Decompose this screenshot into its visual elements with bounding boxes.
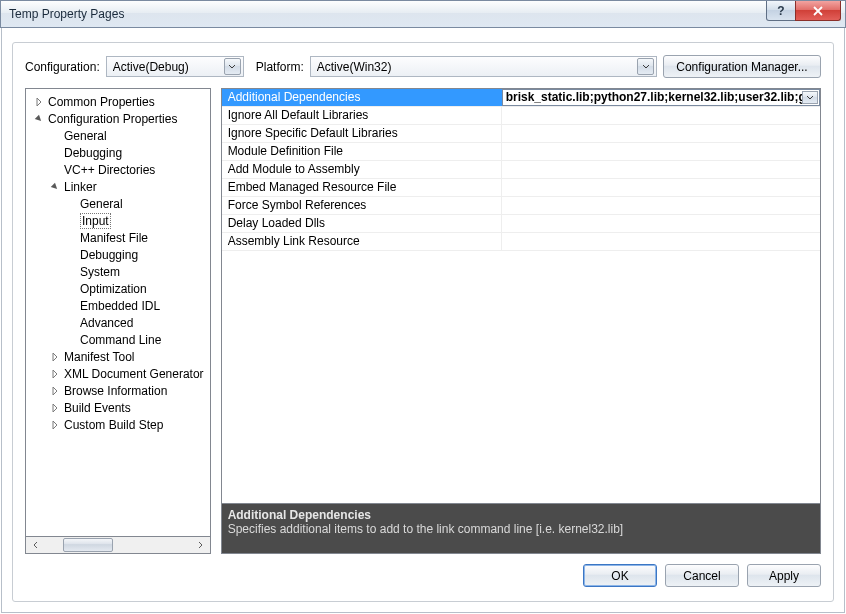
- tree-item-label: Custom Build Step: [64, 418, 163, 432]
- tree-expand-icon[interactable]: [50, 420, 60, 430]
- tree-expand-icon[interactable]: [34, 97, 44, 107]
- tree-item[interactable]: Configuration Properties: [30, 110, 208, 127]
- tree-item[interactable]: Input: [30, 212, 208, 229]
- property-row[interactable]: Ignore All Default Libraries: [222, 107, 821, 125]
- tree-expand-icon[interactable]: [50, 403, 60, 413]
- property-name: Ignore All Default Libraries: [222, 107, 502, 124]
- main-split: Common PropertiesConfiguration Propertie…: [25, 88, 821, 554]
- property-name: Add Module to Assembly: [222, 161, 502, 178]
- tree-item[interactable]: Command Line: [30, 331, 208, 348]
- chevron-down-icon[interactable]: [224, 58, 241, 75]
- tree-expand-icon[interactable]: [34, 114, 44, 124]
- configuration-manager-label: Configuration Manager...: [676, 60, 807, 74]
- property-name: Module Definition File: [222, 143, 502, 160]
- property-row[interactable]: Module Definition File: [222, 143, 821, 161]
- help-button[interactable]: ?: [766, 1, 796, 21]
- property-row[interactable]: Force Symbol References: [222, 197, 821, 215]
- tree-item-label: System: [80, 265, 120, 279]
- tree-item[interactable]: Debugging: [30, 144, 208, 161]
- tree-item-label: Debugging: [80, 248, 138, 262]
- tree-item-label: Command Line: [80, 333, 161, 347]
- tree-item-label: Build Events: [64, 401, 131, 415]
- tree-item[interactable]: XML Document Generator: [30, 365, 208, 382]
- tree-item[interactable]: Custom Build Step: [30, 416, 208, 433]
- description-title: Additional Dependencies: [228, 508, 815, 522]
- ok-label: OK: [611, 569, 628, 583]
- nav-tree-container: Common PropertiesConfiguration Propertie…: [25, 88, 211, 554]
- scroll-left-icon[interactable]: [26, 537, 43, 553]
- platform-label: Platform:: [256, 60, 304, 74]
- tree-item-label: Input: [80, 213, 111, 229]
- property-name: Assembly Link Resource: [222, 233, 502, 250]
- tree-item[interactable]: Optimization: [30, 280, 208, 297]
- tree-item[interactable]: General: [30, 195, 208, 212]
- configuration-combo[interactable]: Active(Debug): [106, 56, 244, 77]
- property-name: Additional Dependencies: [222, 89, 502, 106]
- tree-item[interactable]: Manifest File: [30, 229, 208, 246]
- tree-item-label: Linker: [64, 180, 97, 194]
- property-row[interactable]: Embed Managed Resource File: [222, 179, 821, 197]
- tree-expand-icon[interactable]: [50, 369, 60, 379]
- configuration-label: Configuration:: [25, 60, 100, 74]
- tree-item[interactable]: Advanced: [30, 314, 208, 331]
- property-row[interactable]: Assembly Link Resource: [222, 233, 821, 251]
- apply-label: Apply: [769, 569, 799, 583]
- tree-item[interactable]: Embedded IDL: [30, 297, 208, 314]
- nav-tree[interactable]: Common PropertiesConfiguration Propertie…: [25, 88, 211, 537]
- property-row[interactable]: Delay Loaded Dlls: [222, 215, 821, 233]
- property-grid[interactable]: Additional Dependenciesbrisk_static.lib;…: [221, 88, 822, 504]
- tree-item-label: Browse Information: [64, 384, 167, 398]
- tree-item[interactable]: Build Events: [30, 399, 208, 416]
- property-row[interactable]: Additional Dependenciesbrisk_static.lib;…: [222, 89, 821, 107]
- tree-item[interactable]: Manifest Tool: [30, 348, 208, 365]
- tree-item-label: Embedded IDL: [80, 299, 160, 313]
- tree-item[interactable]: General: [30, 127, 208, 144]
- window-buttons: ?: [767, 1, 841, 21]
- tree-item[interactable]: Linker: [30, 178, 208, 195]
- chevron-down-icon[interactable]: [637, 58, 654, 75]
- tree-item-label: XML Document Generator: [64, 367, 204, 381]
- tree-item[interactable]: Browse Information: [30, 382, 208, 399]
- tree-item[interactable]: VC++ Directories: [30, 161, 208, 178]
- tree-expand-icon[interactable]: [50, 352, 60, 362]
- tree-item[interactable]: Debugging: [30, 246, 208, 263]
- dropdown-icon[interactable]: [802, 91, 818, 104]
- configuration-manager-button[interactable]: Configuration Manager...: [663, 55, 821, 78]
- tree-item-label: Advanced: [80, 316, 133, 330]
- property-value[interactable]: brisk_static.lib;python27.lib;kernel32.l…: [506, 90, 817, 104]
- cancel-button[interactable]: Cancel: [665, 564, 739, 587]
- ok-button[interactable]: OK: [583, 564, 657, 587]
- tree-item-label: Manifest Tool: [64, 350, 134, 364]
- tree-item-label: Common Properties: [48, 95, 155, 109]
- cancel-label: Cancel: [683, 569, 720, 583]
- tree-expand-icon[interactable]: [50, 182, 60, 192]
- property-row[interactable]: Add Module to Assembly: [222, 161, 821, 179]
- property-name: Delay Loaded Dlls: [222, 215, 502, 232]
- description-panel: Additional Dependencies Specifies additi…: [221, 504, 822, 554]
- scroll-track[interactable]: [43, 537, 193, 553]
- apply-button[interactable]: Apply: [747, 564, 821, 587]
- property-name: Embed Managed Resource File: [222, 179, 502, 196]
- tree-expand-icon[interactable]: [50, 386, 60, 396]
- dialog-buttons: OK Cancel Apply: [25, 564, 821, 587]
- tree-item-label: Optimization: [80, 282, 147, 296]
- tree-item-label: Configuration Properties: [48, 112, 177, 126]
- close-button[interactable]: [795, 1, 841, 21]
- property-name: Force Symbol References: [222, 197, 502, 214]
- property-row[interactable]: Ignore Specific Default Libraries: [222, 125, 821, 143]
- platform-value: Active(Win32): [317, 60, 637, 74]
- tree-item[interactable]: Common Properties: [30, 93, 208, 110]
- description-text: Specifies additional items to add to the…: [228, 522, 815, 536]
- property-panel: Additional Dependenciesbrisk_static.lib;…: [221, 88, 822, 554]
- property-sheet: Configuration: Active(Debug) Platform: A…: [12, 42, 834, 602]
- platform-combo[interactable]: Active(Win32): [310, 56, 657, 77]
- configuration-value: Active(Debug): [113, 60, 224, 74]
- dialog-body: Configuration: Active(Debug) Platform: A…: [1, 28, 845, 613]
- tree-item-label: General: [64, 129, 107, 143]
- tree-scrollbar[interactable]: [25, 537, 211, 554]
- tree-item[interactable]: System: [30, 263, 208, 280]
- tree-item-label: VC++ Directories: [64, 163, 155, 177]
- tree-item-label: General: [80, 197, 123, 211]
- scroll-thumb[interactable]: [63, 538, 113, 552]
- scroll-right-icon[interactable]: [193, 537, 210, 553]
